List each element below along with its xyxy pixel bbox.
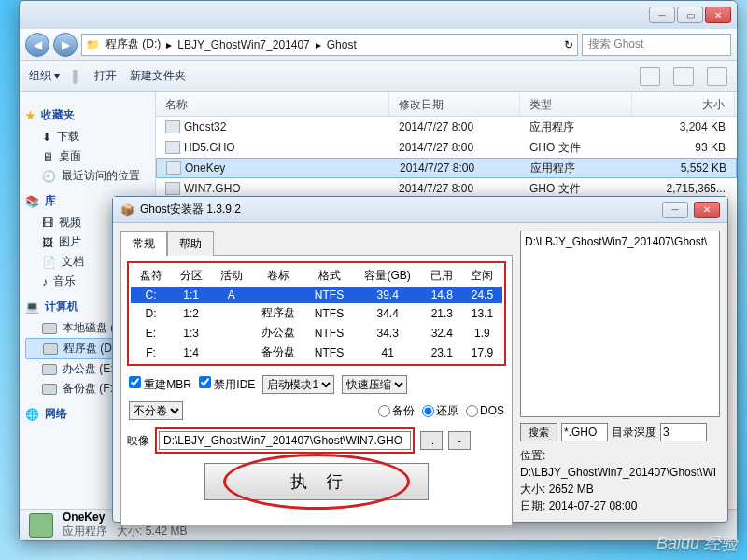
restore-radio[interactable]: 还原	[422, 403, 458, 419]
picture-icon: 🖼	[42, 236, 53, 249]
view-button[interactable]	[640, 67, 660, 86]
backup-radio[interactable]: 备份	[378, 403, 415, 419]
sidebar-desktop[interactable]: 🖥桌面	[25, 147, 149, 166]
sidebar-downloads[interactable]: ⬇下载	[25, 127, 149, 147]
app-icon: 📦	[120, 203, 134, 217]
tab-bar: 常规 帮助	[120, 231, 513, 255]
options-row-1: 重建MBR 禁用IDE 启动模块1 快速压缩	[127, 371, 506, 398]
sidebar-recent[interactable]: 🕘最近访问的位置	[25, 166, 149, 186]
image-label: 映像	[127, 433, 149, 449]
column-headers[interactable]: 名称 修改日期 类型 大小	[156, 92, 737, 117]
file-row[interactable]: OneKey2014/7/27 8:00应用程序5,552 KB	[156, 158, 737, 178]
video-icon: 🎞	[42, 217, 53, 230]
image-path-highlight	[155, 427, 415, 454]
forward-button[interactable]: ▶	[53, 33, 78, 57]
search-input[interactable]: 搜索 Ghost	[582, 34, 731, 56]
ghost-titlebar: 📦 Ghost安装器 1.3.9.2 ─ ✕	[113, 197, 727, 223]
file-row[interactable]: HD5.GHO2014/7/27 8:00GHO 文件93 KB	[156, 137, 737, 158]
new-folder-button[interactable]: 新建文件夹	[130, 68, 186, 84]
explorer-toolbar: 组织 ▾ ▌ 打开 新建文件夹	[20, 61, 737, 92]
minimize-button[interactable]: ─	[649, 7, 675, 23]
search-button[interactable]: 搜索	[520, 423, 557, 441]
drive-icon	[43, 343, 58, 355]
breadcrumb-seg[interactable]: 程序盘 (D:)	[106, 36, 161, 52]
depth-input[interactable]	[660, 423, 707, 441]
browse-button[interactable]: ..	[420, 431, 443, 450]
drive-icon	[42, 364, 57, 375]
file-icon	[165, 182, 180, 195]
depth-label: 目录深度	[612, 425, 656, 441]
open-button[interactable]: 打开	[94, 68, 117, 84]
partition-row[interactable]: E:1:3办公盘NTFS34.332.41.9	[131, 323, 502, 343]
music-icon: ♪	[42, 275, 48, 288]
explorer-titlebar: ─ ▭ ✕	[20, 1, 737, 29]
file-icon	[165, 120, 180, 133]
partition-table[interactable]: 盘符分区活动卷标格式容量(GB)已用空闲 C:1:1ANTFS39.414.82…	[131, 265, 502, 362]
clear-button[interactable]: -	[448, 431, 471, 450]
options-row-2: 不分卷 备份 还原 DOS	[127, 398, 506, 424]
compress-select[interactable]: 快速压缩	[342, 375, 407, 394]
back-button[interactable]: ◀	[25, 33, 49, 57]
breadcrumb-seg[interactable]: Ghost	[327, 38, 357, 51]
address-bar[interactable]: 📁 程序盘 (D:)▸ LBJY_GhostWin7_201407▸ Ghost…	[81, 34, 578, 56]
network-icon: 🌐	[25, 408, 39, 421]
refresh-icon[interactable]: ↻	[564, 38, 573, 51]
ext-input[interactable]	[561, 423, 608, 441]
status-filename: OneKey	[63, 511, 105, 524]
execute-button[interactable]: 执行	[204, 463, 429, 500]
boot-module-select[interactable]: 启动模块1	[262, 375, 334, 394]
tab-general[interactable]: 常规	[120, 231, 167, 256]
ghost-installer-dialog: 📦 Ghost安装器 1.3.9.2 ─ ✕ 常规 帮助 盘符分区活动卷标格式容…	[112, 196, 728, 523]
breadcrumb-seg[interactable]: LBJY_GhostWin7_201407	[177, 38, 309, 51]
help-icon[interactable]	[707, 67, 727, 86]
minimize-button[interactable]: ─	[662, 202, 688, 218]
drive-icon	[42, 323, 57, 334]
tab-help[interactable]: 帮助	[167, 231, 214, 256]
gho-list[interactable]: D:\LBJY_GhostWin7_201407\Ghost\	[520, 231, 720, 417]
image-path-input[interactable]	[159, 431, 411, 450]
folder-icon: 📁	[86, 38, 100, 51]
close-button[interactable]: ✕	[705, 7, 731, 23]
image-info: 位置:D:\LBJY_GhostWin7_201407\Ghost\WI 大小:…	[520, 447, 720, 514]
star-icon: ★	[25, 109, 35, 122]
preview-button[interactable]	[673, 67, 694, 86]
partition-row[interactable]: F:1:4备份盘NTFS4123.117.9	[131, 343, 502, 362]
partition-row[interactable]: C:1:1ANTFS39.414.824.5	[131, 287, 502, 303]
desktop-icon: 🖥	[42, 150, 53, 163]
file-row[interactable]: Ghost322014/7/27 8:00应用程序3,204 KB	[156, 117, 737, 137]
download-icon: ⬇	[42, 131, 51, 144]
file-icon	[166, 161, 181, 175]
drive-icon	[42, 384, 57, 395]
computer-icon: 💻	[25, 301, 39, 314]
disable-ide-checkbox[interactable]: 禁用IDE	[199, 376, 255, 393]
document-icon: 📄	[42, 256, 56, 269]
sidebar-favorites[interactable]: ★收藏夹	[25, 107, 149, 123]
library-icon: 📚	[25, 195, 39, 208]
dos-radio[interactable]: DOS	[466, 404, 504, 417]
explorer-navbar: ◀ ▶ 📁 程序盘 (D:)▸ LBJY_GhostWin7_201407▸ G…	[20, 29, 737, 61]
dialog-title: Ghost安装器 1.3.9.2	[140, 202, 241, 217]
app-icon	[29, 513, 53, 538]
recent-icon: 🕘	[42, 170, 56, 183]
maximize-button[interactable]: ▭	[677, 7, 703, 23]
partition-table-highlight: 盘符分区活动卷标格式容量(GB)已用空闲 C:1:1ANTFS39.414.82…	[127, 261, 506, 366]
organize-button[interactable]: 组织 ▾	[29, 68, 60, 84]
file-icon	[165, 141, 180, 154]
rebuild-mbr-checkbox[interactable]: 重建MBR	[129, 376, 191, 393]
watermark: Baidu 经验	[656, 532, 738, 554]
close-button[interactable]: ✕	[694, 202, 720, 218]
partition-row[interactable]: D:1:2程序盘NTFS34.421.313.1	[131, 303, 502, 323]
split-select[interactable]: 不分卷	[129, 401, 183, 420]
